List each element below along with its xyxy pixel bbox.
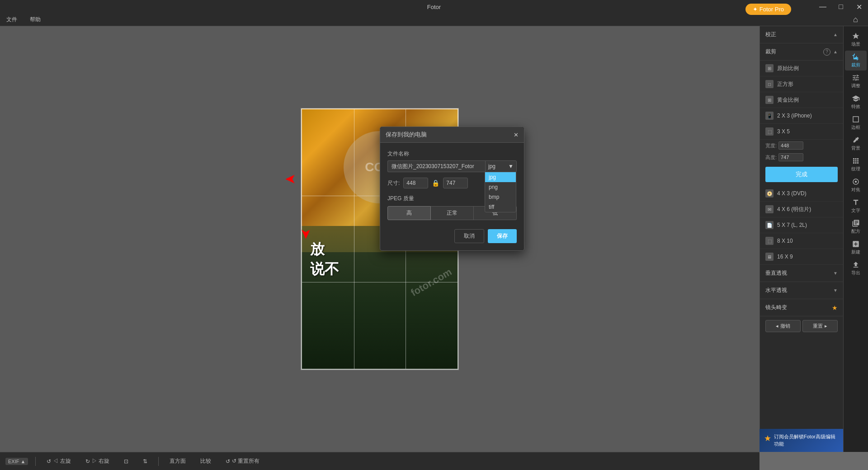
canvas-text-line1: 放 [310,240,339,259]
undo-button[interactable]: ◂ 撤销 [765,320,801,332]
rotate-right-icon: ↻ [85,458,90,465]
section-correction-label: 校正 [765,31,776,38]
rotate-right-button[interactable]: ↻ ▷ 右旋 [82,456,113,466]
canvas-text: 放 说不 [310,240,339,279]
rotate-left-label: ◁ 左旋 [53,457,71,465]
dialog-footer: 取消 保存 [387,227,517,243]
quality-normal[interactable]: 正常 [431,206,474,220]
preset-square[interactable]: □ 正方形 [760,76,843,92]
format-option-tiff[interactable]: tiff [485,202,516,212]
promo-icon: ★ [764,433,771,443]
frame-button[interactable]: 直方面 [166,456,189,466]
menubar: 文件 帮助 ✦ Fotor Pro [0,14,868,26]
size-width-input[interactable] [403,178,428,188]
close-button[interactable]: ✕ [850,0,868,14]
format-option-png[interactable]: png [485,182,516,192]
preset-16x9-label: 16 X 9 [777,254,793,260]
promo-text: 订阅会员解锁Fotor高级编辑功能 [774,433,839,447]
toolbar-border[interactable]: 边框 [845,113,867,133]
straighten-button[interactable]: ⊡ [120,457,132,466]
section-perspective-h[interactable]: 水平透视 ▼ [760,282,843,299]
complete-button[interactable]: 完成 [765,167,838,182]
compare-button[interactable]: 比较 [197,456,215,466]
format-option-jpg[interactable]: jpg [485,172,516,182]
perspective-v-chevron: ▼ [833,271,838,276]
format-option-bmp[interactable]: bmp [485,192,516,202]
rotate-right-label: ▷ 右旋 [92,457,109,465]
dimension-width: 宽度: [760,140,843,151]
preset-5x7-label: 5 X 7 (L, 2L) [777,222,807,228]
menu-help[interactable]: 帮助 [27,15,43,24]
section-lens[interactable]: 镜头畸变 ★ [760,299,843,316]
crop-help-icon[interactable]: ? [823,48,830,56]
preset-8x10[interactable]: ⬚ 8 X 10 [760,233,843,249]
quality-high[interactable]: 高 [387,206,431,220]
preset-square-icon: □ [765,80,774,88]
promo-banner[interactable]: ★ 订阅会员解锁Fotor高级编辑功能 [760,429,843,452]
fotor-pro-button[interactable]: ✦ Fotor Pro [745,4,791,15]
preset-postcard[interactable]: ✉ 4 X 6 (明信片) [760,202,843,217]
section-crop-label: 裁剪 [765,48,776,56]
window-controls: — □ ✕ [814,0,868,14]
toolbar-effect[interactable]: 特效 [845,92,867,112]
preset-postcard-icon: ✉ [765,205,774,213]
section-crop[interactable]: 裁剪 ? ▲ [760,43,843,61]
menu-file[interactable]: 文件 [4,15,20,24]
toolbar-crop[interactable]: 裁剪 [845,51,867,70]
lens-label: 镜头畸变 [765,304,787,311]
preset-3x5[interactable]: ⬚ 3 X 5 [760,124,843,140]
toolbar-recipe[interactable]: 配方 [845,217,867,237]
toolbar-new[interactable]: 新建 [845,238,867,258]
preset-16x9[interactable]: 🖥 16 X 9 [760,249,843,265]
section-perspective-v[interactable]: 垂直透视 ▼ [760,265,843,282]
toolbar-texture[interactable]: 纹理 [845,155,867,174]
height-input[interactable] [778,153,803,161]
minimize-button[interactable]: — [814,0,832,14]
save-button[interactable]: 保存 [488,229,517,243]
cancel-button[interactable]: 取消 [454,229,484,243]
flip-icon: ⇅ [143,458,147,465]
reset-label: ↺ 重置所有 [232,457,259,465]
arrow-format: ➤ [285,172,296,188]
toolbar-export[interactable]: 导出 [845,258,867,278]
exif-label: EXIF [8,459,19,464]
right-toolbar: 场景 裁剪 调整 特效 边框 背景 纹理 对焦 文字 配方 新建 导出 [843,26,868,452]
app-title: Fotor [427,4,441,10]
preset-3x5-label: 3 X 5 [777,128,790,135]
toolbar-crop-label: 裁剪 [851,62,860,68]
width-input[interactable] [778,141,803,150]
flip-button[interactable]: ⇅ [139,457,151,466]
dialog-title: 保存到我的电脑 [386,131,427,139]
toolbar-effect-label: 特效 [851,103,860,110]
toolbar-adjust[interactable]: 调整 [845,71,867,91]
section-correction[interactable]: 校正 ▲ [760,26,843,43]
preset-5x7[interactable]: 📄 5 X 7 (L, 2L) [760,217,843,233]
filename-input[interactable] [387,160,485,172]
dialog-close-button[interactable]: ✕ [514,132,519,138]
preset-dvd[interactable]: 📀 4 X 3 (DVD) [760,186,843,202]
toolbar-background[interactable]: 背景 [845,134,867,154]
preset-16x9-icon: 🖥 [765,253,774,261]
toolbar-adjust-label: 调整 [851,83,860,89]
preset-golden-label: 黄金比例 [777,96,799,104]
exif-button[interactable]: EXIF ▲ [5,458,28,465]
preset-iphone-icon: 📱 [765,112,774,120]
reset-icon: ↺ [226,458,230,465]
svg-point-1 [855,181,857,183]
preset-original[interactable]: ⊞ 原始比例 [760,61,843,76]
reset-all-button[interactable]: ↺ ↺ 重置所有 [222,456,263,466]
separator-2 [158,457,159,466]
redo-button[interactable]: 重置 ▸ [802,320,838,332]
toolbar-scene[interactable]: 场景 [845,30,867,50]
format-select[interactable]: jpg ▼ jpg png bmp tiff [485,160,517,172]
maximize-button[interactable]: □ [832,0,850,14]
preset-iphone[interactable]: 📱 2 X 3 (iPhone) [760,108,843,124]
home-button[interactable]: ⌂ [843,14,868,26]
preset-golden[interactable]: ⊞ 黄金比例 [760,92,843,108]
format-selected-value: jpg [488,163,495,169]
format-dropdown: jpg png bmp tiff [485,172,516,212]
toolbar-focus[interactable]: 对焦 [845,175,867,195]
toolbar-text[interactable]: 文字 [845,196,867,216]
size-height-input[interactable] [443,178,468,188]
rotate-left-button[interactable]: ↺ ◁ 左旋 [43,456,74,466]
